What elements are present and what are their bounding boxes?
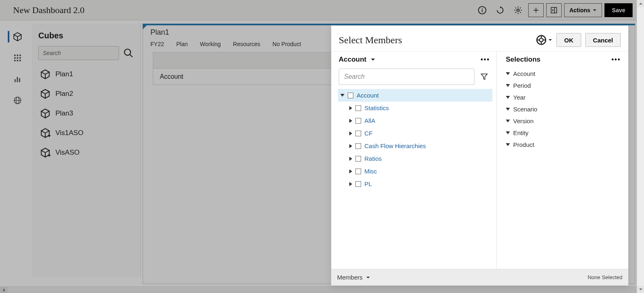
scroll-up-button[interactable] xyxy=(637,0,644,7)
checkbox[interactable] xyxy=(355,118,361,124)
cube-list: Plan1 Plan2 Plan3 Vis1ASO VisASO xyxy=(38,66,134,161)
svg-rect-18 xyxy=(20,55,21,56)
selections-header: Selections ••• xyxy=(506,55,621,65)
sidebar-title: Cubes xyxy=(38,31,134,40)
cube-item[interactable]: Vis1ASO xyxy=(38,124,134,142)
dimension-name[interactable]: Account xyxy=(339,55,366,64)
svg-rect-19 xyxy=(14,57,16,59)
actions-button[interactable]: Actions xyxy=(564,3,602,17)
ok-button[interactable]: OK xyxy=(556,33,581,47)
info-icon[interactable] xyxy=(474,3,490,17)
gear-icon[interactable] xyxy=(510,3,526,17)
filter-icon[interactable] xyxy=(479,71,490,82)
tree-item[interactable]: PL xyxy=(338,178,492,190)
selections-pane: Selections ••• Account Period Year Scena… xyxy=(497,51,628,269)
refresh-icon[interactable] xyxy=(492,3,508,17)
selection-label: Account xyxy=(513,70,535,77)
actions-label: Actions xyxy=(569,7,590,13)
ok-label: OK xyxy=(564,37,573,44)
svg-rect-20 xyxy=(17,57,18,59)
horizontal-scrollbar[interactable] xyxy=(0,286,637,293)
collapse-icon xyxy=(506,72,510,75)
member-label: CF xyxy=(364,130,373,137)
tree-item[interactable]: AllA xyxy=(338,114,492,127)
tree-item[interactable]: Statistics xyxy=(338,102,492,114)
collapse-icon[interactable] xyxy=(340,94,344,97)
checkbox[interactable] xyxy=(355,169,361,174)
cancel-button[interactable]: Cancel xyxy=(585,33,621,47)
svg-rect-23 xyxy=(17,60,18,62)
collapse-icon xyxy=(506,131,510,134)
more-icon[interactable]: ••• xyxy=(481,56,490,63)
crumb[interactable]: FY22 xyxy=(150,41,164,47)
svg-point-31 xyxy=(124,49,130,55)
svg-rect-26 xyxy=(17,77,18,82)
member-label: Account xyxy=(357,92,379,99)
selection-item[interactable]: Version xyxy=(506,118,621,124)
crumb[interactable]: No Product xyxy=(273,41,301,47)
checkbox[interactable] xyxy=(355,156,361,162)
expand-icon[interactable] xyxy=(349,106,352,110)
crumb[interactable]: Plan xyxy=(176,41,187,47)
expand-icon[interactable] xyxy=(349,157,352,161)
svg-line-10 xyxy=(515,12,516,13)
sidebar-search-row xyxy=(38,46,134,60)
checkbox[interactable] xyxy=(355,105,361,111)
sidebar-search-input[interactable] xyxy=(38,46,119,60)
selection-item[interactable]: Year xyxy=(506,94,621,101)
cube-item[interactable]: Plan1 xyxy=(38,66,134,83)
save-button[interactable]: Save xyxy=(604,3,633,17)
checkbox[interactable] xyxy=(355,143,361,149)
rail-chart-icon[interactable] xyxy=(9,72,26,87)
cancel-label: Cancel xyxy=(593,37,613,44)
crumb[interactable]: Working xyxy=(200,41,221,47)
svg-line-9 xyxy=(520,12,521,13)
rail-grid-icon[interactable] xyxy=(9,51,26,65)
member-search-input[interactable] xyxy=(339,69,474,85)
scroll-left-button[interactable] xyxy=(0,287,7,293)
cube-item[interactable]: VisASO xyxy=(38,144,134,161)
tree-item[interactable]: Cash Flow Hierarchies xyxy=(338,140,492,152)
checkbox[interactable] xyxy=(348,93,353,98)
selection-item[interactable]: Entity xyxy=(506,129,621,136)
rail-globe-icon[interactable] xyxy=(9,93,26,108)
checkbox[interactable] xyxy=(355,131,361,136)
expand-icon[interactable] xyxy=(349,182,352,186)
footer-tab[interactable]: Members xyxy=(337,274,370,281)
svg-point-3 xyxy=(517,9,519,11)
selection-item[interactable]: Period xyxy=(506,82,621,89)
search-icon[interactable] xyxy=(123,48,134,58)
help-icon[interactable] xyxy=(536,35,552,45)
scroll-down-button[interactable] xyxy=(637,286,644,293)
expand-icon[interactable] xyxy=(349,131,352,135)
selection-label: Version xyxy=(513,118,534,124)
svg-line-11 xyxy=(520,7,521,8)
expand-icon[interactable] xyxy=(349,144,352,148)
panel-toggle-icon[interactable] xyxy=(546,3,562,17)
vertical-scrollbar[interactable] xyxy=(637,0,644,293)
cube-item[interactable]: Plan3 xyxy=(38,105,134,122)
tree-item[interactable]: CF xyxy=(338,127,492,140)
selection-label: Year xyxy=(513,94,525,101)
svg-rect-2 xyxy=(482,8,483,9)
chevron-down-icon[interactable] xyxy=(371,57,375,62)
tree-root[interactable]: Account xyxy=(338,89,492,102)
rail-cube-icon[interactable] xyxy=(9,29,26,44)
chevron-down-icon xyxy=(593,8,597,12)
cube-item[interactable]: Plan2 xyxy=(38,85,134,102)
selection-item[interactable]: Account xyxy=(506,70,621,77)
canvas-corner xyxy=(143,24,148,29)
selection-item[interactable]: Product xyxy=(506,141,621,148)
expand-icon[interactable] xyxy=(349,119,352,123)
crumb[interactable]: Resources xyxy=(233,41,260,47)
add-icon[interactable] xyxy=(528,3,544,17)
tree-item[interactable]: Ratios xyxy=(338,152,492,165)
tree-item[interactable]: Misc xyxy=(338,165,492,178)
member-label: Ratios xyxy=(364,155,382,162)
selection-item[interactable]: Scenario xyxy=(506,106,621,113)
dialog-header: Select Members OK Cancel xyxy=(331,26,628,51)
dimension-pane-header: Account ••• xyxy=(331,51,496,65)
checkbox[interactable] xyxy=(355,181,361,187)
more-icon[interactable]: ••• xyxy=(611,56,621,63)
expand-icon[interactable] xyxy=(349,169,352,173)
